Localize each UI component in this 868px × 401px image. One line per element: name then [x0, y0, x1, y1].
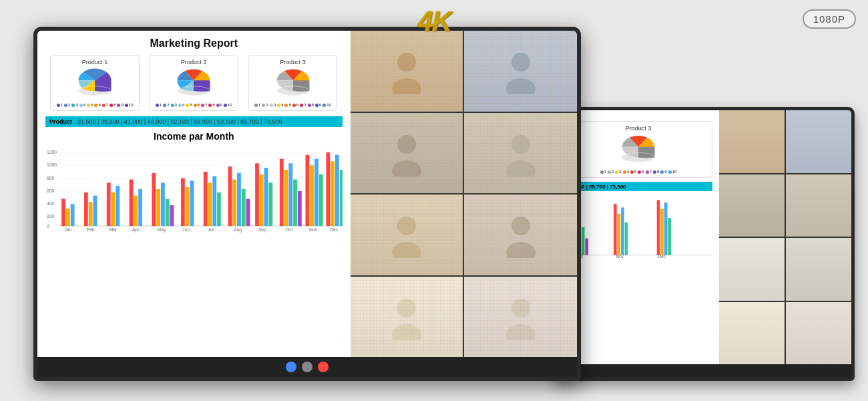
product-bar: Product 31,500 | 39,800 | 41,000 | 46,90…: [45, 116, 343, 127]
svg-rect-70: [314, 159, 318, 227]
svg-rect-58: [260, 174, 264, 226]
svg-text:Jan: Jan: [64, 227, 71, 232]
svg-text:Dec: Dec: [330, 227, 339, 232]
svg-rect-57: [255, 163, 259, 226]
svg-point-85: [506, 160, 535, 176]
svg-text:Jul: Jul: [208, 227, 214, 232]
control-dot-blue[interactable]: [286, 362, 296, 372]
bar-chart-area: 1200 1000 800 600 400 200 0: [45, 146, 343, 239]
sm-product-bar: 63,500 | 65,700 | 73,500: [564, 182, 712, 191]
svg-rect-104: [618, 214, 621, 255]
control-dot-gray[interactable]: [302, 362, 312, 372]
svg-rect-103: [614, 204, 617, 255]
sm-video-cell-8: [786, 302, 851, 365]
monitor-large: Marketing Report Product 1: [33, 27, 581, 381]
svg-text:Nov: Nov: [616, 254, 624, 259]
svg-rect-43: [186, 187, 190, 226]
sm-video-cell-2: [786, 110, 851, 173]
video-cell-7: [351, 277, 463, 358]
video-grid-large: [351, 31, 577, 357]
svg-rect-105: [621, 207, 624, 255]
svg-text:200: 200: [47, 214, 55, 219]
svg-rect-76: [340, 170, 343, 226]
svg-rect-110: [664, 203, 668, 255]
svg-rect-52: [232, 180, 236, 227]
svg-text:600: 600: [47, 188, 55, 193]
sm-marketing-panel: Product 3 1 2 3 4: [558, 110, 719, 364]
pie-card-1: Product 1 1: [50, 55, 139, 111]
sm-product3-legend: 1 2 3 4 5 6 7 8 9 10: [570, 170, 706, 174]
svg-rect-109: [660, 209, 664, 255]
svg-text:Feb: Feb: [87, 227, 95, 232]
svg-rect-68: [306, 155, 310, 226]
svg-point-84: [511, 135, 530, 154]
badge-4k: 4K: [417, 5, 451, 37]
svg-rect-111: [668, 218, 671, 255]
product1-label: Product 1: [56, 59, 133, 65]
svg-rect-36: [152, 173, 156, 226]
pie-card-3: Product 3 1 2 3 4: [248, 55, 337, 111]
svg-rect-100: [582, 227, 585, 255]
video-cell-8: [464, 277, 577, 358]
video-cell-2: [464, 31, 577, 112]
svg-text:1000: 1000: [47, 162, 57, 167]
svg-rect-34: [138, 189, 142, 226]
svg-point-86: [397, 217, 416, 235]
svg-text:Oct: Oct: [286, 227, 293, 232]
svg-rect-32: [130, 180, 134, 227]
income-bar-chart: 1200 1000 800 600 400 200 0: [45, 146, 343, 233]
svg-text:Mar: Mar: [110, 227, 118, 232]
svg-rect-60: [268, 182, 272, 226]
sm-income-bar-chart: Oct Nov Dec: [564, 194, 712, 261]
marketing-report-panel: Marketing Report Product 1: [37, 31, 351, 357]
svg-point-83: [392, 160, 421, 176]
monitor-small: Product 3 1 2 3 4: [554, 107, 855, 381]
svg-rect-38: [161, 182, 165, 226]
sm-video-cell-7: [719, 302, 785, 365]
svg-rect-51: [228, 166, 232, 226]
product-label: Product: [49, 118, 72, 125]
sm-video-cell-5: [719, 238, 785, 301]
svg-point-91: [392, 324, 421, 340]
income-title: Income par Month: [45, 131, 343, 142]
sm-pie-card-3: Product 3 1 2 3 4: [564, 121, 712, 178]
sm-product3-label: Product 3: [570, 125, 706, 132]
svg-rect-39: [166, 198, 170, 226]
sm-video-grid: [719, 110, 851, 364]
svg-rect-69: [310, 165, 314, 226]
svg-rect-47: [208, 182, 212, 226]
svg-rect-66: [298, 191, 302, 226]
svg-rect-55: [246, 198, 250, 226]
svg-rect-62: [280, 159, 284, 227]
svg-rect-65: [293, 180, 297, 227]
svg-rect-63: [284, 170, 288, 226]
svg-rect-73: [326, 152, 330, 226]
svg-point-92: [511, 299, 530, 317]
pie-chart-3: [270, 68, 316, 98]
svg-text:800: 800: [47, 176, 55, 180]
pie-chart-1: [71, 68, 118, 98]
svg-point-79: [392, 78, 421, 94]
video-cell-5: [351, 194, 463, 275]
badge-1080p: 1080P: [803, 9, 856, 29]
svg-text:Jun: Jun: [182, 227, 190, 232]
svg-rect-108: [657, 200, 660, 255]
svg-rect-74: [331, 161, 335, 226]
control-dot-red[interactable]: [318, 362, 329, 372]
sm-video-cell-6: [786, 238, 851, 301]
svg-rect-26: [93, 196, 97, 226]
svg-text:Dec: Dec: [658, 254, 666, 259]
large-screen: Marketing Report Product 1: [37, 31, 577, 357]
product2-legend: 1 2 3 4 5 6 7 8 9 10: [156, 103, 232, 107]
svg-rect-37: [156, 189, 160, 226]
svg-point-88: [511, 217, 530, 235]
video-cell-4: [464, 113, 577, 194]
svg-point-82: [397, 135, 416, 154]
svg-rect-30: [116, 186, 120, 226]
svg-point-89: [506, 242, 535, 258]
svg-text:0: 0: [47, 224, 49, 229]
svg-rect-48: [212, 176, 216, 226]
product3-legend: 1 2 3 4 5 6 7 8 9 10: [254, 103, 331, 107]
svg-rect-20: [61, 198, 65, 226]
svg-text:Sep: Sep: [258, 227, 266, 233]
